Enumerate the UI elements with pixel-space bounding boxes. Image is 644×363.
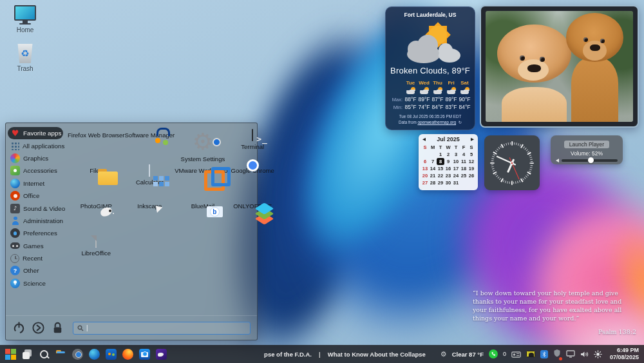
calendar-day[interactable]: 21 [429, 172, 437, 179]
launch-player-button[interactable]: Launch Player [564, 141, 609, 148]
restart-button[interactable] [32, 321, 45, 335]
radio-icon[interactable] [511, 351, 521, 358]
calendar-day[interactable]: 25 [460, 172, 468, 179]
app-libreoffice[interactable]: LibreOffice [68, 236, 125, 271]
app-chrome[interactable]: Google Chrome [231, 165, 274, 201]
phone-icon[interactable] [489, 349, 498, 358]
calendar-day[interactable]: 9 [444, 158, 452, 165]
photogimp-taskbar-icon[interactable] [156, 349, 167, 360]
volume-icon[interactable] [580, 351, 589, 358]
start-menu-button[interactable] [5, 349, 16, 360]
app-calculator[interactable]: Calculator [125, 165, 175, 201]
display-color-icon[interactable] [526, 351, 535, 357]
edge-taskbar-icon[interactable] [89, 349, 100, 360]
category-recent[interactable]: Recent [8, 252, 63, 264]
calendar-day[interactable]: 27 [421, 179, 429, 186]
settings-taskbar-icon[interactable] [72, 349, 83, 360]
app-system-settings[interactable]: ⚙ System Settings [175, 130, 231, 165]
bluetooth-icon[interactable] [540, 350, 548, 358]
monitor-icon[interactable] [566, 350, 575, 358]
calendar-day[interactable]: 24 [452, 172, 460, 179]
calendar-day[interactable] [460, 179, 468, 186]
desktop-icon-trash[interactable]: ♻ Trash [8, 44, 43, 72]
calendar-day[interactable]: 6 [421, 158, 429, 165]
software-manager-taskbar-icon[interactable] [106, 349, 117, 360]
firefox-taskbar-icon[interactable] [122, 349, 133, 360]
calendar-day[interactable] [429, 151, 437, 158]
volume-slider[interactable] [562, 159, 618, 162]
calendar-day[interactable]: 23 [444, 172, 452, 179]
files-taskbar-icon[interactable] [55, 349, 66, 360]
app-vmware[interactable]: VMware Workstation [175, 165, 231, 201]
weather-applet-icon[interactable]: ⚙ [440, 350, 447, 358]
category-administration[interactable]: Administration [8, 215, 63, 227]
category-science[interactable]: Science [8, 277, 63, 289]
category-all-applications[interactable]: All applications [8, 139, 63, 152]
app-files[interactable]: Files [68, 165, 125, 201]
news-ticker[interactable]: pse of the F.D.A. | What to Know About t… [264, 351, 426, 358]
calendar-day[interactable]: 2 [444, 151, 452, 158]
category-internet[interactable]: Internet [8, 177, 63, 190]
app-bluemail[interactable]: b BlueMail [175, 201, 231, 236]
calendar-day[interactable]: 10 [452, 158, 460, 165]
calendar-day[interactable]: 26 [468, 172, 475, 179]
calendar-day[interactable]: 16 [444, 165, 452, 172]
person-icon [10, 216, 20, 226]
calendar-day[interactable]: 18 [460, 165, 468, 172]
calendar-prev-icon[interactable]: ◀ [422, 137, 426, 142]
calendar-day[interactable]: 12 [468, 158, 475, 165]
app-software-manager[interactable]: Software Manager [125, 130, 175, 165]
category-games[interactable]: Games [8, 240, 63, 252]
app-firefox[interactable]: Firefox Web Browser [68, 130, 125, 165]
calendar-next-icon[interactable]: ▶ [471, 137, 474, 142]
calendar-day[interactable]: 17 [452, 165, 460, 172]
session-bar: | [6, 315, 257, 340]
taskbar-clock[interactable]: 6:49 PM 07/08/2025 [610, 347, 639, 362]
desktop-icon-home[interactable]: Home [8, 5, 43, 34]
calendar-day[interactable]: 20 [421, 172, 429, 179]
calendar-day[interactable]: 19 [468, 165, 475, 172]
calendar-day[interactable] [468, 179, 475, 186]
lock-button[interactable] [51, 321, 64, 335]
brightness-icon[interactable] [594, 350, 602, 358]
calendar-day[interactable]: 22 [437, 172, 444, 179]
forecast-day-icon [419, 87, 430, 95]
max-value: 90°F [458, 96, 471, 103]
volume-slider-thumb[interactable] [588, 157, 594, 163]
calendar-day[interactable]: 4 [460, 151, 468, 158]
calendar-day[interactable]: 29 [437, 179, 444, 186]
category-other[interactable]: ? Other [8, 264, 63, 277]
category-preferences[interactable]: Preferences [8, 227, 63, 239]
menu-search-input[interactable]: | [73, 322, 251, 335]
calendar-day[interactable]: 13 [421, 165, 429, 172]
calendar-day[interactable]: 15 [437, 165, 444, 172]
calendar-day[interactable]: 11 [460, 158, 468, 165]
window-list-icon[interactable] [22, 349, 33, 360]
calendar-day[interactable] [421, 151, 429, 158]
calendar-day[interactable]: 3 [452, 151, 460, 158]
app-photogimp[interactable]: PhotoGIMP [68, 201, 125, 236]
category-sound-video[interactable]: ♪ Sound & Video [8, 202, 63, 214]
calendar-day[interactable]: 30 [444, 179, 452, 186]
category-accessories[interactable]: Accessories [8, 164, 63, 177]
app-inkscape[interactable]: Inkscape [125, 201, 175, 236]
inkscape-taskbar-icon[interactable] [173, 349, 184, 360]
category-graphics[interactable]: Graphics [8, 152, 63, 164]
refresh-icon[interactable]: ↻ [459, 120, 462, 124]
calendar-day[interactable]: 1 [437, 151, 444, 158]
bluemail-taskbar-icon[interactable] [139, 349, 150, 360]
calendar-day[interactable]: 28 [429, 179, 437, 186]
calendar-day[interactable]: 31 [452, 179, 460, 186]
calendar-day[interactable]: 14 [429, 165, 437, 172]
power-button[interactable] [12, 321, 26, 335]
security-shield-icon[interactable] [553, 348, 561, 360]
category-favorite-apps[interactable]: ♥ Favorite apps [8, 127, 63, 139]
category-office[interactable]: Office [8, 190, 63, 202]
calendar-day-selected[interactable]: 8 [437, 158, 444, 165]
tray-weather-status[interactable]: Clear 87 °F [452, 351, 484, 358]
weather-source-link[interactable]: openweathermap.org [417, 120, 456, 124]
calendar-day[interactable]: 5 [468, 151, 475, 158]
search-icon[interactable] [39, 349, 50, 360]
calendar-day[interactable]: 7 [429, 158, 437, 165]
app-onlyoffice[interactable]: ONLYOFFICE [231, 201, 274, 236]
